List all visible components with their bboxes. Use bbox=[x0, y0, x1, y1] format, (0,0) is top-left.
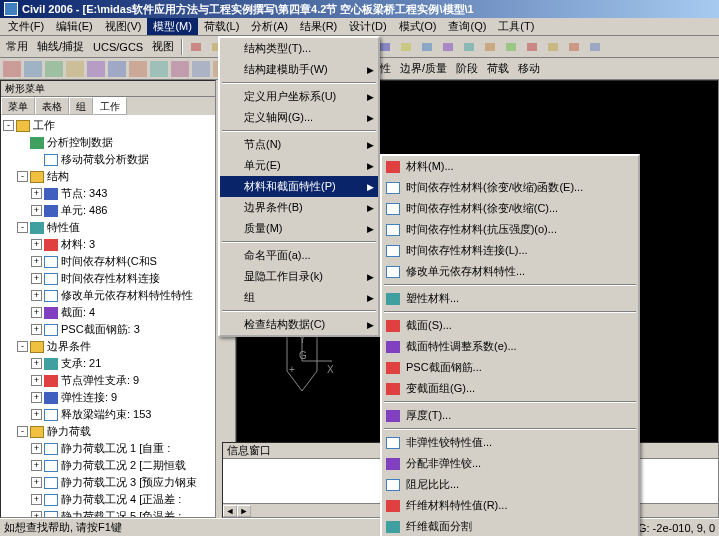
menu-item-1[interactable]: 时间依存性材料(徐变/收缩)函数(E)... bbox=[382, 177, 638, 198]
tb1-label-0[interactable]: 常用 bbox=[2, 39, 32, 54]
expander-icon[interactable]: - bbox=[17, 171, 28, 182]
menu-item-10[interactable]: 质量(M)▶ bbox=[220, 218, 378, 239]
expander-icon[interactable]: + bbox=[31, 511, 42, 517]
expander-icon[interactable]: + bbox=[31, 477, 42, 488]
expander-icon[interactable]: + bbox=[31, 307, 42, 318]
menu-1[interactable]: 编辑(E) bbox=[50, 18, 99, 35]
tree-node-14[interactable]: +支承: 21 bbox=[3, 355, 213, 372]
menu-10[interactable]: 工具(T) bbox=[492, 18, 540, 35]
menu-item-14[interactable]: 组▶ bbox=[220, 287, 378, 308]
tree-node-9[interactable]: +时间依存性材料连接 bbox=[3, 270, 213, 287]
tree-node-0[interactable]: -工作 bbox=[3, 117, 213, 134]
tree-node-22[interactable]: +静力荷载工况 4 [正温差 : bbox=[3, 491, 213, 508]
tree-node-15[interactable]: +节点弹性支承: 9 bbox=[3, 372, 213, 389]
tb1-btn-19[interactable] bbox=[585, 38, 605, 56]
scroll-right-icon[interactable]: ► bbox=[237, 505, 251, 517]
menu-item-9[interactable]: 截面(S)... bbox=[382, 315, 638, 336]
tree-node-13[interactable]: -边界条件 bbox=[3, 338, 213, 355]
tree-node-18[interactable]: -静力荷载 bbox=[3, 423, 213, 440]
expander-icon[interactable]: + bbox=[31, 256, 42, 267]
menu-item-12[interactable]: 变截面组(G)... bbox=[382, 378, 638, 399]
model-dropdown[interactable]: 结构类型(T)...结构建模助手(W)▶定义用户坐标系(U)▶定义轴网(G)..… bbox=[218, 36, 380, 337]
tree-node-17[interactable]: +释放梁端约束: 153 bbox=[3, 406, 213, 423]
expander-icon[interactable]: + bbox=[31, 358, 42, 369]
tb1-btn-17[interactable] bbox=[543, 38, 563, 56]
tree-body[interactable]: -工作分析控制数据移动荷载分析数据-结构+节点: 343+单元: 486-特性值… bbox=[1, 115, 215, 517]
expander-icon[interactable]: + bbox=[31, 188, 42, 199]
expander-icon[interactable]: + bbox=[31, 494, 42, 505]
menu-item-7[interactable]: 塑性材料... bbox=[382, 288, 638, 309]
menu-item-9[interactable]: 边界条件(B)▶ bbox=[220, 197, 378, 218]
expander-icon[interactable]: + bbox=[31, 409, 42, 420]
tb1-btn-15[interactable] bbox=[501, 38, 521, 56]
menu-item-14[interactable]: 厚度(T)... bbox=[382, 405, 638, 426]
menu-item-17[interactable]: 分配非弹性铰... bbox=[382, 453, 638, 474]
expander-icon[interactable]: - bbox=[3, 120, 14, 131]
tb2-btn-3[interactable] bbox=[65, 60, 85, 78]
menu-6[interactable]: 结果(R) bbox=[294, 18, 343, 35]
menu-item-8[interactable]: 材料和截面特性(P)▶ bbox=[220, 176, 378, 197]
expander-icon[interactable]: + bbox=[31, 273, 42, 284]
menu-8[interactable]: 模式(O) bbox=[393, 18, 443, 35]
tree-tab-0[interactable]: 菜单 bbox=[1, 97, 35, 115]
tb1-btn-0[interactable] bbox=[186, 38, 206, 56]
menu-item-0[interactable]: 材料(M)... bbox=[382, 156, 638, 177]
menu-item-11[interactable]: PSC截面钢筋... bbox=[382, 357, 638, 378]
expander-icon[interactable]: + bbox=[31, 375, 42, 386]
expander-icon[interactable]: - bbox=[17, 341, 28, 352]
tb2-btn-0[interactable] bbox=[2, 60, 22, 78]
tree-node-8[interactable]: +时间依存材料(C和S bbox=[3, 253, 213, 270]
material-section-submenu[interactable]: 材料(M)...时间依存性材料(徐变/收缩)函数(E)...时间依存性材料(徐变… bbox=[380, 154, 640, 536]
tb2-label-4[interactable]: 阶段 bbox=[452, 61, 482, 76]
menu-item-7[interactable]: 单元(E)▶ bbox=[220, 155, 378, 176]
tb2-btn-9[interactable] bbox=[191, 60, 211, 78]
menu-item-3[interactable]: 定义用户坐标系(U)▶ bbox=[220, 86, 378, 107]
menu-item-16[interactable]: 非弹性铰特性值... bbox=[382, 432, 638, 453]
tb1-btn-11[interactable] bbox=[417, 38, 437, 56]
menu-item-12[interactable]: 命名平面(a)... bbox=[220, 245, 378, 266]
expander-icon[interactable]: - bbox=[17, 222, 28, 233]
menu-item-13[interactable]: 显隐工作目录(k)▶ bbox=[220, 266, 378, 287]
menu-4[interactable]: 荷载(L) bbox=[198, 18, 245, 35]
tb2-btn-4[interactable] bbox=[86, 60, 106, 78]
tree-node-5[interactable]: +单元: 486 bbox=[3, 202, 213, 219]
tree-node-1[interactable]: 分析控制数据 bbox=[3, 134, 213, 151]
tree-node-21[interactable]: +静力荷载工况 3 [预应力钢束 bbox=[3, 474, 213, 491]
menu-item-0[interactable]: 结构类型(T)... bbox=[220, 38, 378, 59]
tree-node-2[interactable]: 移动荷载分析数据 bbox=[3, 151, 213, 168]
tree-node-7[interactable]: +材料: 3 bbox=[3, 236, 213, 253]
menu-3[interactable]: 模型(M) bbox=[147, 18, 198, 35]
expander-icon[interactable]: + bbox=[31, 239, 42, 250]
expander-icon[interactable]: + bbox=[31, 443, 42, 454]
menu-item-5[interactable]: 修改单元依存材料特性... bbox=[382, 261, 638, 282]
expander-icon[interactable]: + bbox=[31, 460, 42, 471]
tb1-btn-13[interactable] bbox=[459, 38, 479, 56]
tb1-btn-16[interactable] bbox=[522, 38, 542, 56]
tb1-btn-10[interactable] bbox=[396, 38, 416, 56]
tree-tab-1[interactable]: 表格 bbox=[35, 97, 69, 115]
tb1-label-2[interactable]: UCS/GCS bbox=[89, 41, 147, 53]
menu-0[interactable]: 文件(F) bbox=[2, 18, 50, 35]
tb1-btn-12[interactable] bbox=[438, 38, 458, 56]
tree-tab-2[interactable]: 组 bbox=[69, 97, 93, 115]
tb2-btn-2[interactable] bbox=[44, 60, 64, 78]
tree-node-3[interactable]: -结构 bbox=[3, 168, 213, 185]
tb1-btn-14[interactable] bbox=[480, 38, 500, 56]
menu-item-4[interactable]: 时间依存性材料连接(L)... bbox=[382, 240, 638, 261]
menu-5[interactable]: 分析(A) bbox=[245, 18, 294, 35]
tb2-btn-5[interactable] bbox=[107, 60, 127, 78]
menu-item-16[interactable]: 检查结构数据(C)▶ bbox=[220, 314, 378, 335]
tb2-btn-7[interactable] bbox=[149, 60, 169, 78]
tb2-btn-8[interactable] bbox=[170, 60, 190, 78]
tree-node-10[interactable]: +修改单元依存材料特性特性 bbox=[3, 287, 213, 304]
tree-node-11[interactable]: +截面: 4 bbox=[3, 304, 213, 321]
tb1-label-1[interactable]: 轴线/捕捉 bbox=[33, 39, 88, 54]
tb1-btn-18[interactable] bbox=[564, 38, 584, 56]
tree-tab-3[interactable]: 工作 bbox=[93, 97, 127, 115]
menu-item-20[interactable]: 纤维截面分割 bbox=[382, 516, 638, 536]
tree-node-19[interactable]: +静力荷载工况 1 [自重 : bbox=[3, 440, 213, 457]
menu-item-10[interactable]: 截面特性调整系数(e)... bbox=[382, 336, 638, 357]
menu-7[interactable]: 设计(D) bbox=[343, 18, 392, 35]
tb2-label-5[interactable]: 荷载 bbox=[483, 61, 513, 76]
tb2-label-3[interactable]: 边界/质量 bbox=[396, 61, 451, 76]
